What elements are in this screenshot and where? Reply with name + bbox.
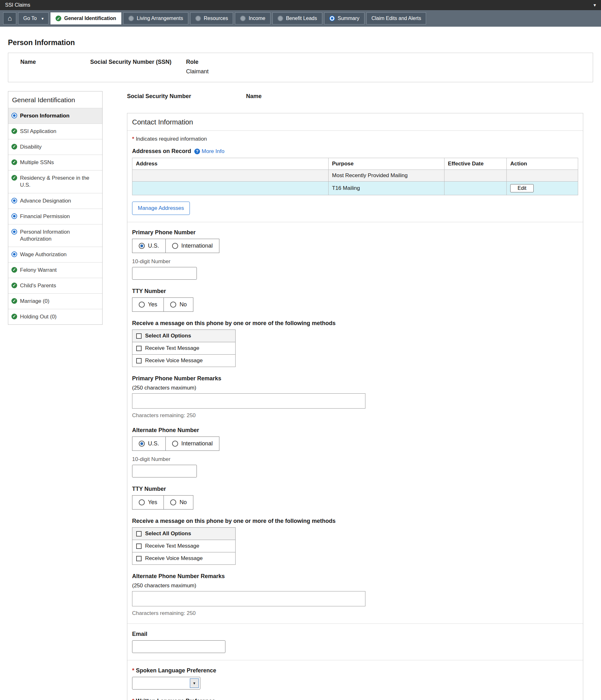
radio-international[interactable] <box>172 243 178 249</box>
tab-resources[interactable]: Resources <box>190 12 233 24</box>
sidebar-item-label: Marriage (0) <box>20 298 50 305</box>
effective-date-cell <box>444 170 507 181</box>
spoken-language-select[interactable] <box>132 677 200 690</box>
main-navigation: ⌂ Go To ▾ General Identification Living … <box>0 10 601 27</box>
alternate-remarks-textarea[interactable] <box>132 591 366 606</box>
tab-income[interactable]: Income <box>235 12 270 24</box>
sidebar-item-disability[interactable]: Disability <box>8 139 102 155</box>
not-started-circle-icon <box>277 16 283 21</box>
sidebar-item-label: Residency & Presence in the U.S. <box>20 175 99 189</box>
radio-tty-no[interactable] <box>170 499 176 505</box>
alternate-phone-us-option[interactable]: U.S. <box>132 437 166 450</box>
tab-label: Living Arrangements <box>137 16 183 21</box>
email-field[interactable] <box>132 640 225 653</box>
checkbox-text-message[interactable] <box>136 346 142 351</box>
radio-tty-yes[interactable] <box>139 499 145 505</box>
sidebar-item-holding-out[interactable]: Holding Out (0) <box>8 309 102 324</box>
alternate-remarks-remaining: Characters remaining: 250 <box>132 610 578 617</box>
written-language-label: *Written Language Preference <box>132 698 578 700</box>
alternate-tty-group: Yes No <box>132 495 193 509</box>
primary-phone-international-option[interactable]: International <box>166 239 219 253</box>
in-progress-icon <box>11 251 17 257</box>
sidebar-item-label: Person Information <box>20 112 70 119</box>
sidebar-item-personal-information-authorization[interactable]: Personal Information Authorization <box>8 224 102 247</box>
sidebar-item-residency-presence[interactable]: Residency & Presence in the U.S. <box>8 170 102 193</box>
alternate-select-all-option[interactable]: Select All Options <box>132 527 235 540</box>
checkbox-select-all[interactable] <box>136 531 142 536</box>
primary-tty-yes-option[interactable]: Yes <box>132 298 164 311</box>
person-id-row: Social Security Number Name <box>127 93 583 100</box>
app-title: SSI Claims <box>5 2 30 8</box>
required-asterisk: * <box>132 136 134 142</box>
tab-benefit-leads[interactable]: Benefit Leads <box>272 12 322 24</box>
go-to-dropdown[interactable]: Go To ▾ <box>18 12 49 24</box>
home-button[interactable]: ⌂ <box>3 12 16 24</box>
sidebar-item-multiple-ssns[interactable]: Multiple SSNs <box>8 155 102 170</box>
primary-phone-us-option[interactable]: U.S. <box>132 239 166 253</box>
primary-select-all-option[interactable]: Select All Options <box>132 329 235 342</box>
alternate-tty-no-option[interactable]: No <box>164 496 193 509</box>
sidebar-item-wage-authorization[interactable]: Wage Authorization <box>8 247 102 262</box>
checkbox-text-message[interactable] <box>136 544 142 549</box>
tab-claim-edits-and-alerts[interactable]: Claim Edits and Alerts <box>367 12 426 24</box>
sidebar-item-person-information[interactable]: Person Information <box>8 108 102 124</box>
edit-address-button[interactable]: Edit <box>510 184 534 192</box>
column-header-effective-date: Effective Date <box>444 158 507 170</box>
phone-section: Primary Phone Number U.S. International … <box>127 222 583 624</box>
radio-us-selected[interactable] <box>139 243 145 249</box>
more-info-link[interactable]: ? More Info <box>194 148 224 155</box>
alternate-phone-input[interactable] <box>132 465 197 477</box>
tab-summary[interactable]: Summary <box>324 12 365 24</box>
sidebar-item-felony-warrant[interactable]: Felony Warrant <box>8 262 102 278</box>
sidebar-item-label: SSI Application <box>20 128 56 135</box>
complete-check-icon <box>11 282 17 288</box>
checkbox-voice-message[interactable] <box>136 556 142 561</box>
ssn-field-label: Social Security Number <box>127 93 246 100</box>
checkbox-label: Select All Options <box>145 333 191 339</box>
sidebar-item-label: Financial Permission <box>20 213 70 220</box>
tab-living-arrangements[interactable]: Living Arrangements <box>123 12 188 24</box>
alternate-phone-international-option[interactable]: International <box>166 437 219 450</box>
sidebar-item-label: Advance Designation <box>20 197 71 204</box>
sidebar-item-marriage[interactable]: Marriage (0) <box>8 293 102 309</box>
in-progress-icon <box>11 213 17 219</box>
tab-label: General Identification <box>64 16 116 21</box>
required-asterisk: * <box>132 698 134 700</box>
checkbox-select-all[interactable] <box>136 333 142 339</box>
alternate-10digit-label: 10-digit Number <box>132 456 578 462</box>
radio-international[interactable] <box>172 441 178 447</box>
radio-tty-no[interactable] <box>170 302 176 308</box>
radio-us-selected[interactable] <box>139 441 145 447</box>
manage-addresses-button[interactable]: Manage Addresses <box>132 202 190 215</box>
sidebar-item-advance-designation[interactable]: Advance Designation <box>8 193 102 208</box>
complete-check-icon <box>11 298 17 304</box>
spoken-language-label: *Spoken Language Preference <box>132 667 578 674</box>
sidebar-item-ssi-application[interactable]: SSI Application <box>8 124 102 139</box>
complete-check-icon <box>55 16 61 21</box>
checkbox-label: Receive Text Message <box>145 543 199 549</box>
primary-phone-input[interactable] <box>132 267 197 280</box>
required-note: * Indicates required information <box>132 136 578 142</box>
radio-tty-no-label: No <box>179 499 187 506</box>
alternate-phone-label: Alternate Phone Number <box>132 427 578 434</box>
go-to-label: Go To <box>23 16 36 21</box>
primary-methods-list: Select All Options Receive Text Message … <box>132 329 235 367</box>
primary-tty-no-option[interactable]: No <box>164 298 193 311</box>
sidebar-item-financial-permission[interactable]: Financial Permission <box>8 208 102 224</box>
checkbox-voice-message[interactable] <box>136 358 142 364</box>
not-started-circle-icon <box>128 16 134 21</box>
collapse-caret-icon[interactable]: ▾ <box>593 2 596 8</box>
alternate-tty-yes-option[interactable]: Yes <box>132 496 164 509</box>
alternate-voice-message-option[interactable]: Receive Voice Message <box>132 552 235 565</box>
primary-text-message-option[interactable]: Receive Text Message <box>132 342 235 355</box>
radio-tty-yes[interactable] <box>139 302 145 308</box>
dropdown-arrow-icon <box>190 678 199 688</box>
tab-label: Summary <box>338 16 359 21</box>
primary-remarks-textarea[interactable] <box>132 393 366 408</box>
primary-voice-message-option[interactable]: Receive Voice Message <box>132 354 235 367</box>
alternate-text-message-option[interactable]: Receive Text Message <box>132 540 235 552</box>
primary-remarks-remaining: Characters remaining: 250 <box>132 412 578 419</box>
sidebar-item-childs-parents[interactable]: Child's Parents <box>8 278 102 293</box>
radio-international-label: International <box>181 440 213 447</box>
tab-general-identification[interactable]: General Identification <box>50 12 121 24</box>
